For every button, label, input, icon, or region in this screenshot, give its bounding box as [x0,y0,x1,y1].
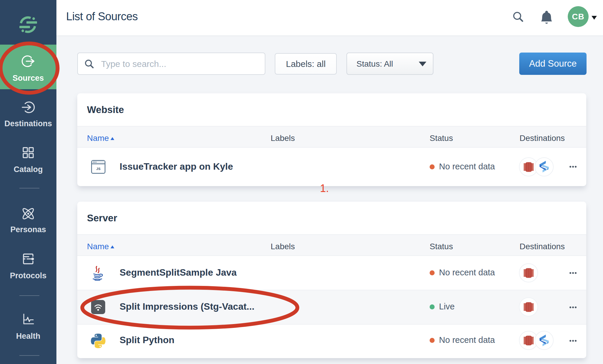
svg-text:JS: JS [96,167,101,171]
